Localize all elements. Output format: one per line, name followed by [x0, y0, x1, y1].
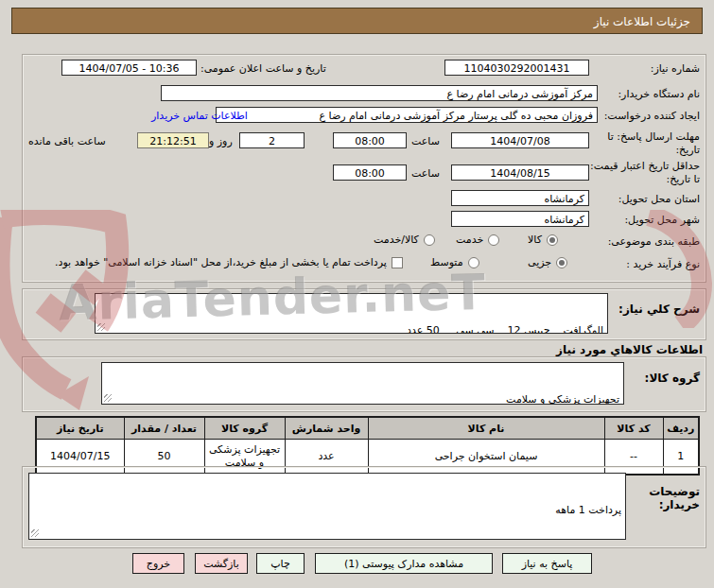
treasury-payment-label: پرداخت تمام یا بخشی از مبلغ خرید،از محل …: [55, 256, 387, 268]
request-creator-field[interactable]: فروزان محبی ده گلی پرستار مرکز آموزشی در…: [216, 107, 598, 123]
need-number-label: شماره نیاز:: [651, 62, 700, 75]
col-item-name: نام کالا: [368, 417, 604, 440]
treasury-payment-option[interactable]: پرداخت تمام یا بخشی از مبلغ خرید،از محل …: [55, 256, 403, 268]
countdown-days-field: 2: [239, 132, 305, 148]
goods-group-textarea[interactable]: تجهیزات پزشکی و سلامت: [101, 362, 624, 405]
goods-group-value: تجهیزات پزشکی و سلامت: [106, 392, 619, 405]
resize-handle-icon[interactable]: [97, 323, 105, 331]
buyer-contact-link[interactable]: اطلاعات تماس خریدار: [151, 110, 248, 122]
countdown-suffix-label: ساعت باقی مانده: [28, 135, 106, 147]
col-quantity: تعداد / مقدار: [124, 417, 204, 440]
radio-goods-service-icon[interactable]: [424, 234, 435, 246]
radio-service-icon[interactable]: [488, 234, 499, 246]
buyer-notes-line1: پرداخت 1 ماهه: [33, 503, 621, 517]
delivery-city-field[interactable]: کرمانشاه: [451, 211, 589, 227]
radio-goods-label: کالا: [528, 233, 542, 246]
countdown-time-field: 21:12:51: [137, 132, 209, 148]
process-type-label: نوع فرآیند خرید :: [626, 258, 700, 270]
buyer-notes-textarea[interactable]: پرداخت 1 ماهه شرایط اختصاصی پیوست شد: [28, 473, 626, 540]
col-group: گروه کالا: [204, 417, 285, 440]
delivery-province-label: استان محل تحویل:: [618, 193, 700, 205]
need-desc-label: شرح كلي نياز:: [618, 303, 700, 316]
radio-goods[interactable]: کالا: [528, 233, 558, 246]
need-number-field[interactable]: 1104030292001431: [444, 60, 589, 76]
radio-medium[interactable]: متوسط: [430, 256, 479, 268]
countdown-days-label: روز و: [209, 135, 233, 147]
delivery-city-label: شهر محل تحویل:: [624, 214, 700, 226]
radio-medium-label: متوسط: [430, 256, 463, 268]
resize-handle-icon[interactable]: [104, 394, 112, 402]
exit-button[interactable]: خروج: [132, 553, 184, 574]
goods-info-header: اطلاعات کالاهاي مورد نياز: [556, 343, 703, 356]
treasury-payment-checkbox[interactable]: [392, 257, 403, 268]
need-desc-line1: الوگرافت چیپس 12 سی سی 50 عدد: [99, 323, 603, 334]
radio-goods-icon[interactable]: [547, 234, 558, 246]
announce-datetime-field[interactable]: 1404/07/05 - 10:36: [61, 60, 197, 76]
col-need-date: تاریخ نیاز: [36, 417, 124, 440]
col-unit: واحد شمارش: [285, 417, 368, 440]
radio-medium-icon[interactable]: [468, 257, 479, 268]
radio-goods-service[interactable]: کالا/خدمت: [374, 233, 435, 246]
price-validity-label: حداقل تاریخ اعتبار قیمت: تا تاریخ:: [588, 160, 700, 186]
radio-goods-service-label: کالا/خدمت: [374, 233, 419, 246]
price-validity-time-field[interactable]: 08:00: [333, 164, 407, 181]
view-attached-docs-button[interactable]: مشاهده مدارک پیوستی (1): [315, 553, 493, 574]
print-button[interactable]: چاپ: [256, 553, 305, 574]
buyer-notes-label: توضیحات خریدار:: [632, 485, 700, 511]
goods-group-label: گروه کالا:: [645, 372, 700, 385]
radio-minor[interactable]: جزیی: [528, 256, 567, 268]
col-item-code: کد کالا: [604, 417, 663, 440]
back-button[interactable]: بازگشت: [195, 553, 248, 574]
delivery-province-field[interactable]: کرمانشاه: [451, 190, 589, 206]
radio-service-label: خدمت: [456, 233, 483, 246]
radio-minor-icon[interactable]: [556, 257, 567, 268]
reply-deadline-label: مهلت ارسال پاسخ: تا تاریخ:: [594, 130, 700, 157]
reply-deadline-time-field[interactable]: 08:00: [333, 132, 407, 148]
request-creator-label: ایجاد کننده درخواست:: [604, 110, 700, 122]
price-validity-date-field[interactable]: 1404/08/15: [451, 164, 589, 181]
reply-deadline-time-label: ساعت: [411, 135, 440, 147]
buyer-org-label: نام دستگاه خریدار:: [618, 88, 700, 100]
reply-to-need-button[interactable]: پاسخ به نیاز: [502, 553, 592, 574]
page-title: جزئیات اطلاعات نیاز: [11, 8, 703, 34]
radio-minor-label: جزیی: [528, 256, 551, 268]
subject-class-label: طبقه بندی موضوعی:: [608, 235, 700, 248]
tender-detail-page: جزئیات اطلاعات نیاز شماره نیاز: 11040302…: [0, 0, 714, 588]
buyer-org-field[interactable]: مرکز آموزشی درمانی امام رضا ع: [161, 85, 598, 101]
reply-deadline-date-field[interactable]: 1404/07/08: [451, 132, 589, 148]
need-desc-textarea[interactable]: الوگرافت چیپس 12 سی سی 50 عدد غیر سنتیک …: [95, 293, 608, 334]
table-header-row: ردیف کد کالا نام کالا واحد شمارش گروه کا…: [36, 417, 699, 440]
radio-service[interactable]: خدمت: [456, 233, 499, 246]
resize-handle-icon[interactable]: [31, 529, 39, 537]
col-row-number: ردیف: [663, 417, 699, 440]
price-validity-time-label: ساعت: [411, 167, 440, 180]
announce-datetime-label: تاریخ و ساعت اعلان عمومی:: [200, 62, 326, 75]
